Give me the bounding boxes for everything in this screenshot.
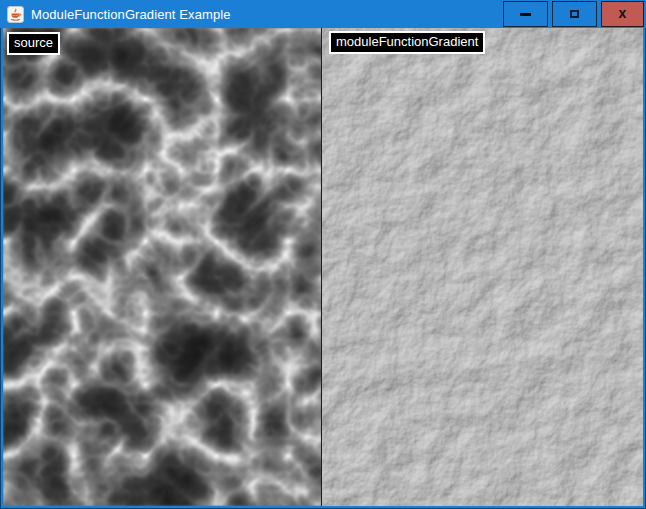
gradient-image-label: moduleFunctionGradient (329, 31, 485, 54)
image-canvas: source (3, 28, 643, 506)
window-title: ModuleFunctionGradient Example (31, 7, 231, 22)
maximize-button[interactable] (552, 1, 597, 27)
app-window: ModuleFunctionGradient Example x (0, 0, 646, 509)
gradient-noise-image (322, 28, 643, 506)
minimize-button[interactable] (503, 1, 548, 27)
gradient-image-panel: moduleFunctionGradient (322, 28, 643, 506)
minimize-icon (520, 13, 531, 16)
java-coffee-cup-icon (7, 6, 24, 23)
source-image-label: source (7, 32, 60, 55)
titlebar[interactable]: ModuleFunctionGradient Example x (0, 0, 646, 28)
close-button[interactable]: x (601, 1, 644, 27)
close-icon: x (619, 6, 627, 20)
window-controls: x (503, 1, 644, 27)
source-noise-image (3, 28, 322, 506)
source-image-panel: source (3, 28, 322, 506)
maximize-icon (570, 10, 579, 18)
